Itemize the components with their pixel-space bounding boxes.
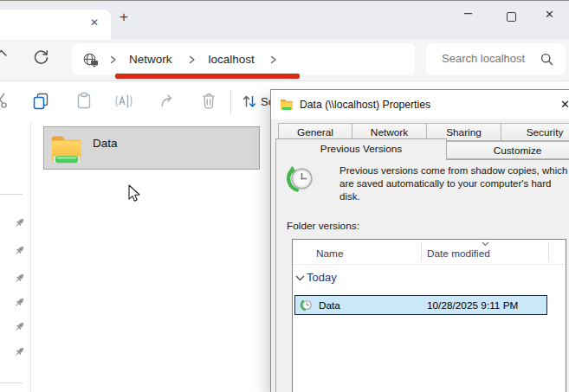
chevron-right-icon[interactable]: [189, 55, 196, 64]
paste-icon[interactable]: [74, 91, 94, 110]
group-label-today[interactable]: Today: [307, 271, 337, 284]
pin-icon[interactable]: [14, 346, 25, 357]
column-header-name[interactable]: Name: [316, 247, 343, 260]
tab-previous-versions[interactable]: Previous Versions: [275, 138, 447, 160]
pin-icon[interactable]: [14, 297, 25, 308]
cut-icon[interactable]: [0, 91, 10, 110]
sort-icon[interactable]: [240, 92, 259, 111]
sort-chevron-icon: [482, 241, 489, 247]
column-divider[interactable]: [421, 242, 422, 261]
previous-versions-description: Previous versions come from shadow copie…: [339, 164, 569, 203]
tab-customize[interactable]: Customize: [446, 141, 569, 159]
search-icon[interactable]: [540, 53, 553, 66]
chevron-right-icon[interactable]: [110, 55, 117, 64]
properties-dialog: Data (\\localhost) Properties ✕ General …: [270, 89, 569, 392]
tab-close-icon[interactable]: ✕: [90, 16, 99, 29]
pin-icon[interactable]: [14, 217, 25, 228]
breadcrumb-item-localhost[interactable]: localhost: [209, 53, 255, 66]
close-button[interactable]: ✕: [545, 8, 554, 21]
folder-tile-data[interactable]: Data: [43, 126, 260, 170]
network-globe-icon: [82, 52, 99, 67]
chevron-right-icon[interactable]: [270, 55, 277, 64]
column-header-date-modified[interactable]: Date modified: [427, 247, 490, 260]
pin-icon[interactable]: [14, 245, 25, 256]
rename-icon[interactable]: [113, 92, 134, 111]
copy-icon[interactable]: [31, 92, 50, 111]
group-collapse-chevron-icon[interactable]: [295, 275, 305, 281]
refresh-icon[interactable]: [33, 48, 49, 65]
dialog-title-bar: Data (\\localhost) Properties ✕: [271, 90, 569, 119]
share-icon[interactable]: [158, 91, 178, 110]
pin-icon[interactable]: [14, 321, 25, 332]
pin-icon[interactable]: [14, 273, 25, 284]
previous-versions-icon: [285, 164, 315, 194]
folder-versions-list: Name Date modified Today Data 10/28/2025…: [292, 239, 566, 392]
explorer-tab[interactable]: ✕: [0, 10, 111, 40]
new-tab-button[interactable]: +: [120, 9, 128, 26]
version-date-modified: 10/28/2025 9:11 PM: [427, 299, 518, 312]
mouse-cursor: [125, 183, 142, 202]
version-name: Data: [319, 299, 340, 312]
shared-folder-icon: [280, 98, 294, 112]
version-row-data[interactable]: Data 10/28/2025 9:11 PM: [294, 295, 547, 315]
red-underline-annotation: [115, 74, 300, 79]
minimize-button[interactable]: –: [464, 5, 472, 21]
explorer-window: ✕ + – ✕ Network localhost: [0, 0, 569, 392]
nav-separator: [0, 194, 23, 195]
breadcrumb: Network localhost: [72, 43, 415, 75]
header-divider: [293, 264, 566, 265]
column-divider[interactable]: [548, 242, 549, 261]
previous-version-item-icon: [300, 299, 313, 312]
folder-tile-label: Data: [93, 137, 118, 150]
folder-versions-label: Folder versions:: [287, 220, 359, 232]
search-input[interactable]: [440, 51, 539, 66]
tab-security[interactable]: Security: [501, 123, 569, 141]
nav-pane-divider: [30, 123, 31, 392]
toolbar-divider: [230, 90, 231, 114]
dialog-title: Data (\\localhost) Properties: [300, 99, 430, 111]
search-box[interactable]: [426, 43, 566, 75]
maximize-button[interactable]: [507, 12, 516, 22]
dialog-close-icon[interactable]: ✕: [560, 98, 569, 111]
nav-separator: [0, 382, 23, 383]
breadcrumb-item-network[interactable]: Network: [129, 53, 172, 66]
up-arrow-icon[interactable]: [0, 47, 7, 59]
shared-folder-icon: [49, 131, 84, 167]
delete-icon[interactable]: [199, 91, 218, 110]
